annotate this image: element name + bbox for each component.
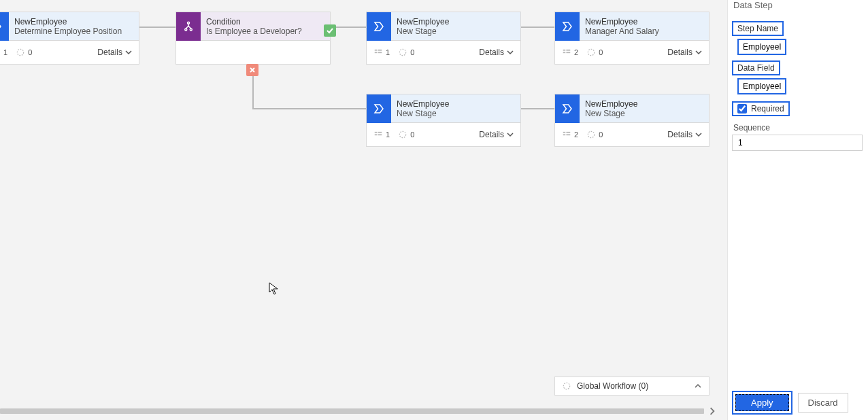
condition-no-badge xyxy=(246,64,258,76)
stage-icon xyxy=(555,12,580,41)
svg-rect-22 xyxy=(378,132,382,133)
step-name-input[interactable] xyxy=(737,39,786,55)
node-entity: NewEmployee xyxy=(397,17,449,27)
svg-rect-26 xyxy=(563,134,566,135)
svg-rect-11 xyxy=(375,52,378,53)
horizontal-scrollbar[interactable] xyxy=(0,408,721,415)
stage-node-determine-position[interactable]: NewEmployee Determine Employee Position … xyxy=(0,12,139,65)
details-button[interactable]: Details xyxy=(667,130,702,139)
svg-rect-20 xyxy=(375,132,378,133)
svg-rect-18 xyxy=(566,52,570,53)
node-header: NewEmployee New Stage xyxy=(367,94,520,123)
sequence-label: Sequence xyxy=(733,123,864,133)
svg-point-6 xyxy=(17,49,23,55)
svg-rect-23 xyxy=(378,134,382,135)
node-entity: Condition xyxy=(206,17,302,27)
svg-rect-13 xyxy=(378,52,382,53)
stage-icon xyxy=(555,94,580,123)
steps-count: 2 xyxy=(562,48,578,57)
svg-rect-21 xyxy=(375,134,378,135)
chevron-up-icon xyxy=(694,382,702,390)
stage-icon xyxy=(0,12,9,41)
node-entity: NewEmployee xyxy=(14,17,122,27)
connector xyxy=(252,108,366,109)
node-name: New Stage xyxy=(397,109,449,118)
workflow-icon xyxy=(562,381,571,391)
node-entity: NewEmployee xyxy=(585,17,659,27)
mouse-cursor-icon xyxy=(269,282,278,296)
connector xyxy=(139,27,176,28)
flow-count: 0 xyxy=(398,48,414,57)
node-name: New Stage xyxy=(397,27,449,36)
svg-point-24 xyxy=(399,131,405,137)
node-entity: NewEmployee xyxy=(397,99,449,109)
node-footer xyxy=(176,41,330,64)
details-button[interactable]: Details xyxy=(479,48,514,57)
connector xyxy=(521,27,554,28)
condition-yes-badge xyxy=(324,24,336,37)
steps-count: 1 xyxy=(0,48,7,57)
required-checkbox-row[interactable]: Required xyxy=(732,101,790,116)
node-header: NewEmployee New Stage xyxy=(555,94,709,123)
global-workflow-bar[interactable]: Global Workflow (0) xyxy=(554,377,710,396)
scroll-right-arrow-icon[interactable] xyxy=(708,407,716,415)
svg-point-7 xyxy=(188,22,190,24)
connector xyxy=(521,108,554,109)
details-button[interactable]: Details xyxy=(667,48,702,57)
svg-point-19 xyxy=(588,49,594,55)
svg-point-8 xyxy=(185,29,187,31)
node-name: Determine Employee Position xyxy=(14,27,122,36)
stage-node-new-stage-2[interactable]: NewEmployee New Stage 1 0 Details xyxy=(366,94,521,147)
svg-rect-15 xyxy=(563,50,566,51)
svg-rect-27 xyxy=(566,132,570,133)
node-name: Is Employee a Developer? xyxy=(206,27,302,36)
scrollbar-thumb[interactable] xyxy=(0,408,704,414)
sequence-input[interactable] xyxy=(732,135,863,151)
svg-rect-17 xyxy=(566,50,570,51)
node-entity: NewEmployee xyxy=(585,99,637,109)
stage-node-manager-salary[interactable]: NewEmployee Manager And Salary 2 0 Detai… xyxy=(554,12,710,65)
condition-icon xyxy=(176,12,201,41)
stage-icon xyxy=(367,12,391,41)
apply-highlight: Apply xyxy=(732,391,792,415)
required-checkbox[interactable] xyxy=(737,104,747,113)
svg-rect-12 xyxy=(378,50,382,51)
svg-point-29 xyxy=(588,131,594,137)
node-footer: 1 0 Details xyxy=(0,41,139,64)
global-workflow-label: Global Workflow (0) xyxy=(577,381,648,391)
flow-count: 0 xyxy=(16,48,32,57)
svg-rect-28 xyxy=(566,134,570,135)
steps-count: 1 xyxy=(373,48,390,57)
svg-rect-16 xyxy=(563,52,566,53)
flow-count: 0 xyxy=(586,130,603,139)
discard-button[interactable]: Discard xyxy=(798,393,848,413)
details-button[interactable]: Details xyxy=(97,48,132,57)
svg-point-14 xyxy=(399,49,405,55)
svg-rect-25 xyxy=(563,132,566,133)
properties-panel: Data Step Step Name Data Field Required … xyxy=(727,0,868,420)
svg-rect-10 xyxy=(375,50,378,51)
workflow-canvas[interactable]: NewEmployee Determine Employee Position … xyxy=(0,0,727,420)
steps-count: 2 xyxy=(562,130,578,139)
required-label: Required xyxy=(751,104,784,113)
node-header: Condition Is Employee a Developer? xyxy=(176,12,330,41)
data-field-input[interactable] xyxy=(737,78,786,94)
stage-icon xyxy=(367,94,391,123)
node-name: New Stage xyxy=(585,109,637,118)
apply-button[interactable]: Apply xyxy=(735,394,789,411)
svg-point-30 xyxy=(563,383,569,389)
node-header: NewEmployee Determine Employee Position xyxy=(0,12,139,41)
flow-count: 0 xyxy=(586,48,603,57)
node-name: Manager And Salary xyxy=(585,27,659,36)
node-header: NewEmployee Manager And Salary xyxy=(555,12,709,41)
data-field-label: Data Field xyxy=(732,60,780,75)
steps-count: 1 xyxy=(373,130,390,139)
svg-point-9 xyxy=(190,29,192,31)
step-name-label: Step Name xyxy=(732,21,784,36)
flow-count: 0 xyxy=(398,130,414,139)
condition-node[interactable]: Condition Is Employee a Developer? xyxy=(176,12,331,65)
panel-section-title: Data Step xyxy=(732,0,864,10)
stage-node-new-stage-3[interactable]: NewEmployee New Stage 2 0 Details xyxy=(554,94,710,147)
details-button[interactable]: Details xyxy=(479,130,514,139)
stage-node-new-stage-1[interactable]: NewEmployee New Stage 1 0 Details xyxy=(366,12,521,65)
